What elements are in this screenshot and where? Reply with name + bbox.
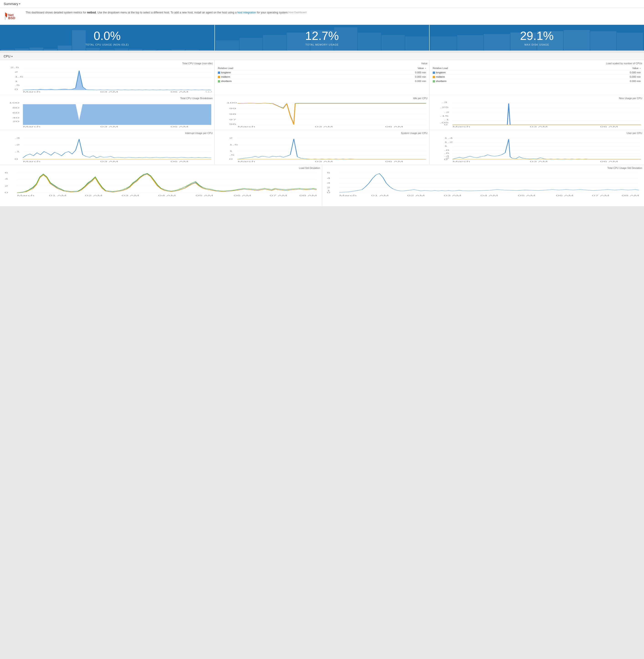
interrupt-line	[23, 139, 211, 158]
svg-text:99: 99	[229, 107, 236, 110]
total-cpu-area: 2.5 2 1.5 1 .5 0 March 03 AM 06 AM	[2, 66, 213, 93]
svg-text:1.5: 1.5	[229, 143, 238, 146]
svg-text:01 AM: 01 AM	[371, 195, 389, 197]
svg-text:March: March	[452, 160, 470, 163]
svg-text:.6: .6	[444, 152, 449, 154]
x-label-03am: 03 AM	[100, 90, 118, 93]
cpu-section-dropdown[interactable]: CPU ▾	[4, 54, 13, 58]
disk-metric-card: 29.1% MAX DISK USAGE	[430, 25, 644, 51]
load-label-cell: longterm	[216, 70, 336, 75]
total-cpu-std-dev-area: 5 4 3 2 1 0 std dev March 01 AM 02 AM 03…	[324, 170, 642, 204]
svg-text:3: 3	[327, 182, 330, 184]
svg-text:March: March	[339, 195, 356, 197]
user-per-cpu-title: User per CPU	[431, 132, 642, 134]
interrupt-usage-title: Interrupt Usage per CPU	[2, 132, 213, 134]
svg-text:6: 6	[4, 172, 8, 174]
nice-usage-chart: Nice Usage per CPU .3 .25 .2 .15 .1 .05 …	[430, 95, 644, 130]
svg-text:March: March	[238, 160, 255, 163]
svg-text:.25: .25	[440, 106, 449, 109]
svg-text:03 AM: 03 AM	[100, 160, 118, 163]
load-scaled-col2-header[interactable]: Value ▾	[551, 66, 642, 70]
metrics-row: 0.0% TOTAL CPU USAGE (NON-IDLE) 12.7% TO…	[0, 25, 644, 51]
system-usage-title: System Usage per CPU	[216, 132, 427, 134]
x-label-march: March	[23, 90, 41, 93]
svg-text:March: March	[452, 125, 470, 128]
svg-text:1: 1	[229, 150, 233, 152]
y-label-25: 2.5	[10, 66, 19, 69]
summary-label: Summary	[4, 2, 18, 6]
svg-text:0: 0	[15, 158, 18, 160]
svg-text:06 AM: 06 AM	[170, 160, 188, 163]
svg-text:1.4: 1.4	[444, 137, 453, 139]
svg-text:06 AM: 06 AM	[600, 160, 618, 163]
y-label-2: 2	[15, 71, 18, 73]
charts-row-1: Total CPU Usage (non-idle) 2.5 2 1.5 1 .…	[0, 60, 644, 95]
cpu-metric-card: 0.0% TOTAL CPU USAGE (NON-IDLE)	[0, 25, 215, 51]
svg-text:98: 98	[229, 113, 236, 116]
load-table-1: Value Relative Load Value ▾ longterm0.00…	[215, 60, 429, 95]
hostname-label: netbsd	[87, 11, 96, 14]
load-table-1-body: longterm0.000 minmidterm0.000 minshortte…	[216, 70, 427, 84]
svg-text:0: 0	[327, 191, 330, 194]
load-col1-header: Relative Load	[216, 66, 336, 70]
svg-text:01 AM: 01 AM	[49, 195, 66, 197]
svg-text:BSD: BSD	[8, 16, 15, 20]
color-indicator	[218, 76, 220, 78]
svg-text:4: 4	[327, 177, 330, 179]
color-indicator-2	[433, 76, 435, 78]
svg-text:03 AM: 03 AM	[100, 125, 118, 128]
svg-text:07 AM: 07 AM	[592, 195, 609, 197]
cpu-section-header: CPU ▾	[0, 52, 644, 60]
load-scaled-table-row: longterm0.000 min	[431, 70, 642, 75]
host-integration-link[interactable]: host integration	[237, 11, 256, 14]
dashboard-title: Host Dashboard	[289, 10, 307, 14]
nice-line	[452, 104, 641, 125]
svg-text:5: 5	[327, 172, 330, 174]
load-scaled-value-cell: 0.000 min	[551, 70, 642, 75]
load-table-2: Load scaled by number of CPUs Relative L…	[430, 60, 644, 95]
svg-text:06 AM: 06 AM	[600, 125, 618, 128]
load-col2-header[interactable]: Value ▾	[336, 66, 428, 70]
load-std-dev-chart: Load Std Deviation 6 4 2 0 std dev	[0, 165, 322, 206]
svg-text:60: 60	[12, 111, 19, 114]
load-table-row: midterm0.000 min	[216, 75, 427, 79]
idle-line	[238, 103, 426, 124]
top-bar: Summary ▾	[0, 0, 644, 8]
load-scaled-label-cell: longterm	[431, 70, 551, 75]
svg-text:97: 97	[229, 118, 236, 121]
svg-text:02 AM: 02 AM	[407, 195, 424, 197]
load-scaled-table-row: midterm0.000 min	[431, 75, 642, 79]
load-std-dev-area: 6 4 2 0 std dev March 01 AM 02 AM 03	[2, 170, 320, 204]
load-table-1-content: Relative Load Value ▾ longterm0.000 minm…	[216, 66, 427, 84]
svg-text:05 AM: 05 AM	[518, 195, 535, 197]
breakdown-area	[23, 105, 211, 125]
svg-text:05 AM: 05 AM	[196, 195, 213, 197]
nice-usage-title: Nice Usage per CPU	[431, 97, 642, 99]
svg-text:06 AM: 06 AM	[170, 125, 188, 128]
color-indicator	[218, 72, 220, 74]
svg-text:2: 2	[4, 185, 8, 187]
svg-text:07 AM: 07 AM	[270, 195, 287, 197]
svg-text:March: March	[23, 160, 41, 163]
load-title-1: Value	[216, 62, 427, 65]
svg-text:March: March	[238, 125, 255, 128]
svg-text:08 AM: 08 AM	[299, 195, 317, 197]
summary-dropdown[interactable]: Summary ▾	[4, 2, 20, 6]
svg-text:.3: .3	[442, 101, 447, 104]
load-scaled-label-cell: shortterm	[431, 79, 551, 84]
total-cpu-std-dev-title: Total CPU Usage Std Deviation	[324, 166, 642, 169]
charts-row-4: Load Std Deviation 6 4 2 0 std dev	[0, 165, 644, 206]
charts-row-3: Interrupt Usage per CPU .3 .2 .1 0 March…	[0, 130, 644, 164]
info-panel: Net BSD Host Dashboard This dashboard sh…	[0, 8, 644, 25]
sort-icon-2: ▾	[640, 67, 641, 69]
svg-text:.1: .1	[15, 150, 20, 153]
svg-text:06 AM: 06 AM	[234, 195, 251, 197]
load-scaled-table-row: shortterm0.000 min	[431, 79, 642, 84]
total-cpu-std-dev-chart: Total CPU Usage Std Deviation 5 4 3 2 1 …	[322, 165, 644, 206]
svg-text:.1: .1	[444, 118, 449, 121]
svg-text:03 AM: 03 AM	[315, 125, 333, 128]
info-text: Host Dashboard This dashboard shows deta…	[25, 10, 306, 15]
color-indicator	[218, 80, 220, 83]
svg-text:2: 2	[229, 137, 233, 139]
svg-text:.8: .8	[444, 149, 449, 151]
